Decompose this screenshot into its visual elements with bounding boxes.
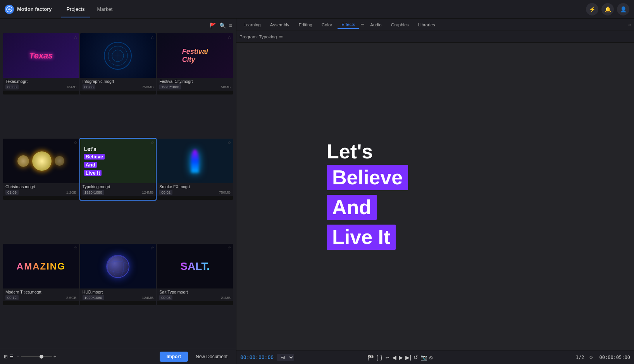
- mogrt-christmas[interactable]: ☆ Christmas.mogrt 01:09 1.2GB: [3, 139, 79, 200]
- app-name: Motion factory: [17, 6, 52, 12]
- flag-icon[interactable]: 🚩: [210, 22, 216, 29]
- preview-text-lets: Let's: [327, 141, 373, 163]
- tab-assembly[interactable]: Assembly: [266, 21, 293, 29]
- preview-text-liveit: Live It: [332, 226, 390, 248]
- star-smoke[interactable]: ☆: [227, 140, 231, 145]
- play-btn[interactable]: ▶: [399, 354, 403, 361]
- size-festival: 50MB: [221, 85, 231, 89]
- mogrt-smoke[interactable]: ☆ Smoke FX.mogrt 00:02 750MB: [157, 139, 233, 200]
- mogrt-name-infographic: Infographic.mogrt: [83, 79, 154, 84]
- next-frame-btn[interactable]: ▶|: [405, 354, 411, 361]
- star-infographic[interactable]: ☆: [150, 35, 154, 40]
- mogrt-name-typoking: Typoking.mogrt: [83, 184, 154, 189]
- size-modern: 2.5GB: [66, 295, 77, 300]
- mogrt-name-texas: Texas.mogrt: [5, 79, 77, 84]
- star-typoking[interactable]: ☆: [150, 140, 154, 145]
- thumb-hud: [80, 244, 156, 288]
- preview-block-believe: Believe: [327, 165, 408, 190]
- tab-editing[interactable]: Editing: [295, 21, 316, 29]
- new-document-button[interactable]: New Document: [191, 352, 232, 362]
- mogrt-salt[interactable]: SALT. ☆ Salt Typo.mogrt 00:03 21MB: [157, 244, 233, 305]
- top-nav: Motion factory Projects Market ⚡ 🔔 👤: [0, 0, 634, 19]
- star-salt[interactable]: ☆: [227, 246, 231, 251]
- tab-market[interactable]: Market: [92, 4, 118, 14]
- tab-effects[interactable]: Effects: [338, 21, 359, 29]
- import-button[interactable]: Import: [160, 352, 188, 362]
- size-smoke: 750MB: [219, 190, 231, 194]
- zoom-slider-track[interactable]: [21, 356, 52, 357]
- main-layout: 🚩 🔍 ≡ Texas ☆ Texas.mogrt 00:08 65MB: [0, 19, 634, 364]
- svg-point-7: [113, 256, 124, 278]
- tab-learning[interactable]: Learning: [239, 21, 265, 29]
- mogrt-name-smoke: Smoke FX.mogrt: [159, 184, 231, 189]
- star-modern[interactable]: ☆: [74, 246, 78, 251]
- star-hud[interactable]: ☆: [150, 246, 154, 251]
- timeline-controls: 00:00:00:00 Fit 🏁 { } ↔ ◀ ▶ ▶| ↺ 📷 ⎋ 1/2…: [236, 350, 634, 364]
- tab-audio[interactable]: Audio: [366, 21, 385, 29]
- out-btn[interactable]: }: [381, 354, 382, 361]
- tab-color[interactable]: Color: [318, 21, 336, 29]
- thumb-christmas: [3, 139, 79, 183]
- tab-libraries[interactable]: Libraries: [414, 21, 439, 29]
- size-typoking: 124MB: [142, 190, 153, 194]
- prev-frame-btn[interactable]: ◀: [392, 354, 396, 361]
- right-panel: Learning Assembly Editing Color Effects …: [236, 19, 634, 364]
- zoom-minus-icon[interactable]: −: [17, 354, 19, 359]
- preview-area: Let's Believe And Live It: [236, 43, 634, 350]
- bell-icon-btn[interactable]: 🔔: [601, 3, 614, 15]
- program-menu-icon[interactable]: ☰: [279, 34, 283, 39]
- preview-content: Let's Believe And Live It: [319, 130, 551, 262]
- grid-icons: ⊞ ☰: [4, 354, 14, 359]
- program-bar: Program: Typoking ☰: [236, 31, 634, 43]
- export-btn[interactable]: ⎋: [429, 354, 432, 361]
- expand-icon[interactable]: »: [628, 22, 631, 27]
- user-icon-btn[interactable]: 👤: [617, 3, 629, 15]
- zoom-plus-icon[interactable]: +: [53, 354, 56, 359]
- nav-tabs: Projects Market: [61, 4, 118, 14]
- mogrt-modern[interactable]: AMAZING ☆ Modern Titles.mogrt 00:12 2.5G…: [3, 244, 79, 305]
- list-icon[interactable]: ≡: [229, 22, 232, 29]
- grid-view-icon[interactable]: ⊞: [4, 354, 8, 359]
- preview-block-and: And: [327, 195, 377, 220]
- star-texas[interactable]: ☆: [74, 35, 78, 40]
- preview-block-liveit: Live It: [327, 225, 396, 250]
- mogrt-name-modern: Modern Titles.mogrt: [5, 290, 77, 294]
- loop-btn[interactable]: ↺: [413, 354, 418, 361]
- star-christmas[interactable]: ☆: [74, 140, 78, 145]
- in-btn[interactable]: {: [376, 354, 378, 361]
- tab-projects[interactable]: Projects: [61, 4, 90, 14]
- badge-texas: 00:08: [5, 84, 19, 89]
- flash-icon-btn[interactable]: ⚡: [586, 3, 598, 15]
- list-view-icon[interactable]: ☰: [9, 354, 14, 359]
- left-toolbar: 🚩 🔍 ≡: [0, 19, 236, 33]
- tab-graphics[interactable]: Graphics: [387, 21, 413, 29]
- badge-christmas: 01:09: [5, 190, 19, 195]
- thumb-festival: FestivalCity: [157, 33, 233, 78]
- thumb-typoking: Let's Believe And Live It: [80, 139, 156, 183]
- svg-point-8: [107, 261, 129, 272]
- snapshot-btn[interactable]: 📷: [420, 354, 427, 361]
- logo-icon: [5, 5, 14, 14]
- search-icon[interactable]: 🔍: [219, 22, 226, 29]
- left-panel: 🚩 🔍 ≡ Texas ☆ Texas.mogrt 00:08 65MB: [0, 19, 236, 364]
- marker-btn[interactable]: 🏁: [367, 354, 374, 361]
- effects-bar: Learning Assembly Editing Color Effects …: [236, 19, 634, 31]
- size-hud: 124MB: [142, 295, 153, 300]
- mogrt-infographic[interactable]: ☆ Infographic.mogrt 00:06 750MB: [80, 33, 156, 94]
- mogrt-name-christmas: Christmas.mogrt: [5, 184, 77, 189]
- svg-point-6: [107, 256, 129, 278]
- playback-controls: 🏁 { } ↔ ◀ ▶ ▶| ↺ 📷 ⎋: [367, 354, 432, 361]
- mogrt-hud[interactable]: ☆ HUD.mogrt 1920*1080 124MB: [80, 244, 156, 305]
- fit-select[interactable]: Fit: [277, 354, 294, 361]
- preview-text-and: And: [332, 196, 371, 218]
- badge-modern: 00:12: [5, 295, 19, 300]
- badge-hud: 1920*1080: [83, 295, 104, 300]
- effects-menu-icon[interactable]: ☰: [360, 22, 365, 27]
- program-label: Program: Typoking: [239, 34, 277, 39]
- mogrt-typoking[interactable]: Let's Believe And Live It ☆ Typoking.mog…: [80, 139, 156, 200]
- current-timecode: 00:00:00:00: [240, 354, 274, 360]
- mogrt-texas[interactable]: Texas ☆ Texas.mogrt 00:08 65MB: [3, 33, 79, 94]
- fit-btn[interactable]: ↔: [384, 354, 390, 361]
- mogrt-festival[interactable]: FestivalCity ☆ Festival City.mogrt 1920*…: [157, 33, 233, 94]
- star-festival[interactable]: ☆: [227, 35, 231, 40]
